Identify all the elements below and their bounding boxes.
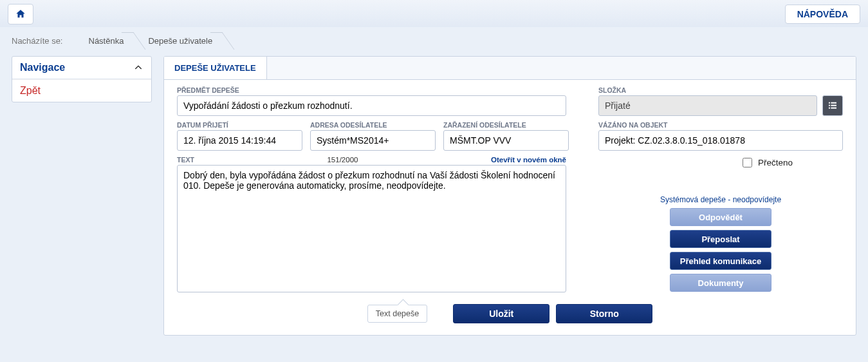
folder-picker-button[interactable] xyxy=(822,95,843,116)
system-note: Systémová depeše - neodpovídejte xyxy=(598,195,843,204)
overview-button[interactable]: Přehled komunikace xyxy=(670,252,771,270)
svg-rect-4 xyxy=(829,108,830,109)
breadcrumb-item-depese[interactable]: Depeše uživatele xyxy=(134,32,223,50)
nav-panel: Navigace Zpět xyxy=(12,56,152,102)
sender-addr-field[interactable] xyxy=(310,130,436,151)
chevron-up-icon xyxy=(133,62,143,73)
label-folder: SLOŽKA xyxy=(598,86,817,94)
label-sender-role: ZAŘAZENÍ ODESÍLATELE xyxy=(443,121,569,129)
home-icon xyxy=(15,8,26,20)
list-icon xyxy=(827,100,838,111)
label-bound: VÁZÁNO NA OBJEKT xyxy=(598,121,843,129)
svg-rect-2 xyxy=(829,105,830,106)
breadcrumb-label: Nacházíte se: xyxy=(12,36,63,46)
label-text: TEXT xyxy=(177,156,194,164)
documents-button[interactable]: Dokumenty xyxy=(670,274,771,292)
folder-field[interactable] xyxy=(598,95,817,116)
nav-item-back[interactable]: Zpět xyxy=(12,79,151,102)
label-read: Přečteno xyxy=(758,158,793,167)
svg-rect-5 xyxy=(831,108,836,109)
char-counter: 151/2000 xyxy=(327,156,358,164)
svg-rect-1 xyxy=(831,102,836,104)
forward-button[interactable]: Přeposlat xyxy=(670,230,771,248)
message-text-field[interactable] xyxy=(177,165,566,292)
label-subject: PŘEDMĚT DEPEŠE xyxy=(177,86,566,94)
label-received: DATUM PŘIJETÍ xyxy=(177,121,302,129)
label-sender-addr: ADRESA ODESÍLATELE xyxy=(310,121,436,129)
open-new-window-link[interactable]: Otevřít v novém okně xyxy=(491,156,566,164)
nav-toggle[interactable]: Navigace xyxy=(12,57,151,79)
breadcrumb-item-nastenka[interactable]: Nástěnka xyxy=(75,32,134,50)
tab-depese-uzivatele[interactable]: DEPEŠE UŽIVATELE xyxy=(164,57,267,79)
save-button[interactable]: Uložit xyxy=(453,304,549,323)
sender-role-field[interactable] xyxy=(443,130,569,151)
read-checkbox[interactable] xyxy=(743,158,752,167)
received-field[interactable] xyxy=(177,130,302,151)
svg-rect-3 xyxy=(831,105,836,106)
svg-rect-0 xyxy=(829,102,830,104)
subject-field[interactable] xyxy=(177,95,566,116)
bound-object-field[interactable] xyxy=(598,130,843,151)
cancel-button[interactable]: Storno xyxy=(556,304,652,323)
nav-title: Navigace xyxy=(20,62,65,73)
tooltip-text-depese: Text depeše xyxy=(367,305,427,323)
help-button[interactable]: NÁPOVĚDA xyxy=(785,5,860,24)
home-button[interactable] xyxy=(8,4,33,24)
breadcrumb: Nacházíte se: Nástěnka Depeše uživatele xyxy=(0,27,868,56)
reply-button[interactable]: Odpovědět xyxy=(670,208,771,226)
